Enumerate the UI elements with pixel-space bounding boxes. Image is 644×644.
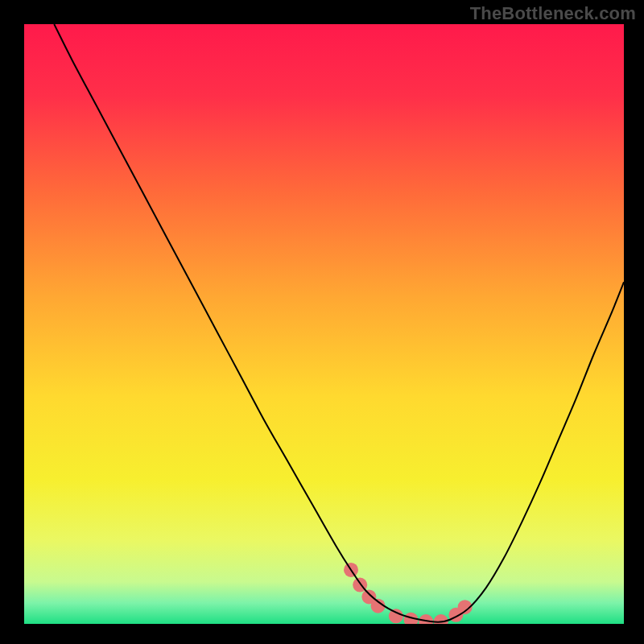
- highlight-dot: [389, 609, 403, 623]
- chart-stage: TheBottleneck.com: [0, 0, 644, 644]
- gradient-background: [24, 24, 624, 624]
- bottleneck-chart: [0, 0, 644, 644]
- watermark-label: TheBottleneck.com: [470, 3, 636, 24]
